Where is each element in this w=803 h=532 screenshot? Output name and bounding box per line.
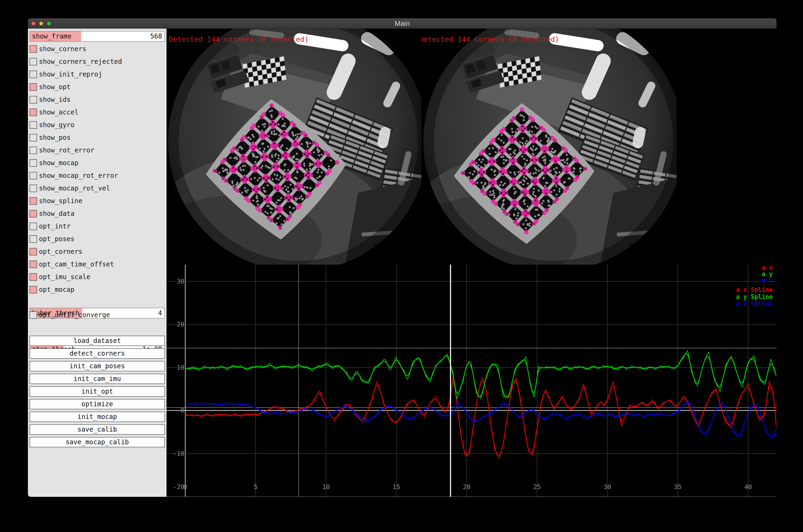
y-tick-label: 20 xyxy=(177,321,184,328)
camera-image-right xyxy=(422,28,676,265)
checkbox-row-show_ids: show_ids xyxy=(30,96,165,104)
x-tick-label: 25 xyxy=(533,483,541,491)
checkbox-row-opt_poses: opt_poses xyxy=(30,235,165,243)
checkbox-label: show_pos xyxy=(39,134,71,141)
checkbox-show_corners_rejected[interactable] xyxy=(30,58,37,65)
accel-plot-svg: 0510152025303540-20-100102030a xa ya za … xyxy=(167,265,777,497)
x-tick-label: 40 xyxy=(744,483,752,491)
checkbox-label: show_data xyxy=(39,210,75,217)
checkbox-opt_poses[interactable] xyxy=(30,235,37,243)
corner-detection-status-left: Detected 144 corners (0 rejected) xyxy=(169,35,309,43)
y-tick-label: -10 xyxy=(173,450,184,457)
checkbox-show_gyro[interactable] xyxy=(30,121,37,129)
slider-value: 568 xyxy=(150,32,162,41)
checkbox-row-show_mocap_rot_vel: show_mocap_rot_vel xyxy=(30,185,165,193)
legend-entry: a y xyxy=(762,270,773,278)
main-window: Main show_frame568show_cornersshow_corne… xyxy=(28,18,777,497)
checkbox-opt_corners[interactable] xyxy=(30,248,37,255)
checkbox-label: opt_imu_scale xyxy=(39,273,90,281)
checkbox-label: show_ids xyxy=(39,96,71,103)
control-sidebar: show_frame568show_cornersshow_corners_re… xyxy=(28,28,167,497)
checkbox-row-opt_until_converge: opt_until_converge xyxy=(30,311,165,319)
checkbox-row-show_opt: show_opt xyxy=(30,83,165,91)
checkbox-show_corners[interactable] xyxy=(30,45,37,53)
corner-detection-status-right: Detected 144 corners (0 rejected) xyxy=(422,35,559,43)
checkbox-row-show_rot_error: show_rot_error xyxy=(30,147,165,155)
window-title: Main xyxy=(28,18,777,28)
checkbox-label: opt_corners xyxy=(39,248,82,255)
checkbox-label: opt_mocap xyxy=(39,286,75,293)
checkbox-show_data[interactable] xyxy=(30,210,37,217)
legend-entry: a z Spline xyxy=(736,300,773,307)
checkbox-show_pos[interactable] xyxy=(30,134,37,141)
x-tick-label: 5 xyxy=(254,483,257,491)
checkbox-show_mocap[interactable] xyxy=(30,159,37,167)
x-tick-label: 15 xyxy=(393,483,400,491)
checkbox-label: opt_cam_time_offset xyxy=(39,261,114,268)
checkbox-label: show_mocap xyxy=(39,159,79,167)
save_mocap_calib-button[interactable]: save_mocap_calib xyxy=(30,437,165,447)
init_opt-button[interactable]: init_opt xyxy=(30,386,165,397)
checkbox-label: show_spline xyxy=(39,197,82,205)
checkbox-show_mocap_rot_error[interactable] xyxy=(30,172,37,179)
checkbox-opt_mocap[interactable] xyxy=(30,286,37,293)
checkbox-label: show_corners_rejected xyxy=(39,58,122,65)
y-tick-label: 0 xyxy=(180,407,184,414)
checkbox-row-show_mocap: show_mocap xyxy=(30,159,165,167)
checkbox-opt_imu_scale[interactable] xyxy=(30,273,37,281)
checkbox-show_spline[interactable] xyxy=(30,197,37,205)
checkbox-show_mocap_rot_vel[interactable] xyxy=(30,185,37,192)
checkbox-label: show_accel xyxy=(39,109,79,116)
titlebar[interactable]: Main xyxy=(28,18,777,28)
load_dataset-button[interactable]: load_dataset xyxy=(30,336,165,346)
camera-view-right: Detected 144 corners (0 rejected) xyxy=(422,28,676,265)
checkbox-label: opt_until_converge xyxy=(39,311,110,319)
save_calib-button[interactable]: save_calib xyxy=(30,424,165,435)
checkbox-label: show_mocap_rot_vel xyxy=(39,185,110,192)
checkbox-row-show_init_reproj: show_init_reproj xyxy=(30,71,165,79)
slider-show_frame[interactable]: show_frame568 xyxy=(30,31,165,42)
checkbox-show_opt[interactable] xyxy=(30,83,37,91)
checkbox-show_init_reproj[interactable] xyxy=(30,71,37,78)
y-tick-label: -20 xyxy=(173,483,184,491)
checkbox-show_rot_error[interactable] xyxy=(30,147,37,154)
checkbox-label: show_opt xyxy=(39,83,71,91)
checkbox-label: opt_poses xyxy=(39,235,75,243)
checkbox-label: show_corners xyxy=(39,45,86,53)
legend-entry: a z xyxy=(762,277,773,284)
init_cam_imu-button[interactable]: init_cam_imu xyxy=(30,374,165,384)
y-tick-label: 30 xyxy=(177,278,184,285)
checkbox-row-opt_cam_time_offset: opt_cam_time_offset xyxy=(30,261,165,269)
checkbox-row-show_accel: show_accel xyxy=(30,109,165,117)
checkbox-row-show_mocap_rot_error: show_mocap_rot_error xyxy=(30,172,165,180)
legend-entry: a x Spline xyxy=(736,286,773,293)
checkbox-label: show_rot_error xyxy=(39,147,94,154)
checkbox-row-opt_imu_scale: opt_imu_scale xyxy=(30,273,165,281)
slider-label: show_frame xyxy=(32,32,72,41)
init_mocap-button[interactable]: init_mocap xyxy=(30,412,165,422)
checkbox-label: show_mocap_rot_error xyxy=(39,172,118,179)
checkbox-row-show_pos: show_pos xyxy=(30,134,165,142)
checkbox-show_ids[interactable] xyxy=(30,96,37,103)
legend-entry: a y Spline xyxy=(736,293,773,300)
checkbox-label: opt_intr xyxy=(39,223,71,230)
x-tick-label: 10 xyxy=(322,483,330,491)
checkbox-row-opt_intr: opt_intr xyxy=(30,223,165,231)
detect_corners-button[interactable]: detect_corners xyxy=(30,348,165,359)
optimize-button[interactable]: optimize xyxy=(30,399,165,409)
x-tick-label: 35 xyxy=(674,483,682,491)
x-tick-label: 30 xyxy=(604,483,611,491)
accel-plot[interactable]: 0510152025303540-20-100102030a xa ya za … xyxy=(167,265,777,497)
checkbox-opt_until_converge[interactable] xyxy=(30,311,37,319)
checkbox-show_accel[interactable] xyxy=(30,109,37,116)
init_cam_poses-button[interactable]: init_cam_poses xyxy=(30,361,165,371)
checkbox-label: show_init_reproj xyxy=(39,71,102,78)
checkbox-opt_intr[interactable] xyxy=(30,223,37,230)
camera-view-left: Detected 144 corners (0 rejected) xyxy=(167,28,421,265)
camera-image-left xyxy=(167,28,421,265)
checkbox-label: show_gyro xyxy=(39,121,75,129)
checkbox-opt_cam_time_offset[interactable] xyxy=(30,261,37,268)
checkbox-row-show_corners_rejected: show_corners_rejected xyxy=(30,58,165,66)
checkbox-row-show_corners: show_corners xyxy=(30,45,165,53)
checkbox-row-show_spline: show_spline xyxy=(30,197,165,205)
